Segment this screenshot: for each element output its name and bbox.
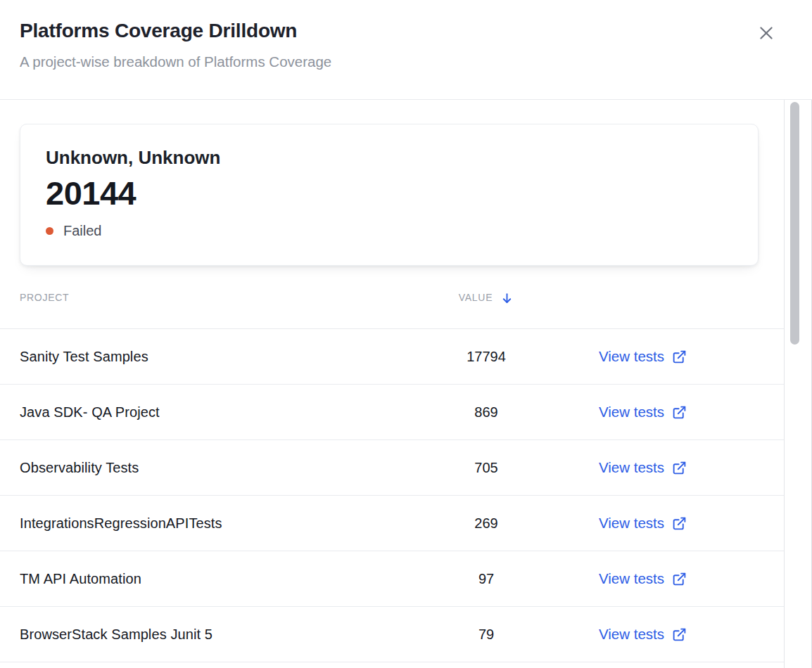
view-tests-link[interactable]: View tests xyxy=(599,515,687,532)
projects-table: PROJECT VALUE Sanity Test Samples 17794 xyxy=(0,266,784,662)
project-name: TM API Automation xyxy=(20,571,433,587)
external-link-icon xyxy=(672,461,687,475)
column-header-project: PROJECT xyxy=(20,292,433,303)
project-name: Java SDK- QA Project xyxy=(20,404,433,420)
table-row: Observability Tests 705 View tests xyxy=(0,440,784,496)
summary-value: 20144 xyxy=(46,175,732,212)
table-header-row: PROJECT VALUE xyxy=(0,266,784,329)
scrollbar-track[interactable] xyxy=(785,100,812,668)
summary-title: Unknown, Unknown xyxy=(46,147,732,168)
failed-status-dot xyxy=(46,227,53,235)
table-row: Sanity Test Samples 17794 View tests xyxy=(0,329,784,385)
failed-legend: Failed xyxy=(46,223,732,239)
view-tests-link[interactable]: View tests xyxy=(599,459,687,476)
view-tests-link[interactable]: View tests xyxy=(599,404,687,420)
table-row: BrowserStack Samples Junit 5 79 View tes… xyxy=(0,607,784,662)
failed-legend-label: Failed xyxy=(63,223,101,239)
project-value: 869 xyxy=(474,404,497,420)
table-row: TM API Automation 97 View tests xyxy=(0,551,784,607)
project-name: Observability Tests xyxy=(20,460,433,476)
project-name: BrowserStack Samples Junit 5 xyxy=(20,627,433,643)
external-link-icon xyxy=(672,349,687,364)
view-tests-label: View tests xyxy=(599,626,664,643)
external-link-icon xyxy=(672,405,687,420)
view-tests-link[interactable]: View tests xyxy=(599,626,687,643)
view-tests-label: View tests xyxy=(599,570,664,587)
sort-desc-arrow-icon xyxy=(500,292,514,305)
view-tests-label: View tests xyxy=(599,515,664,532)
close-icon xyxy=(757,24,775,42)
summary-card: Unknown, Unknown 20144 Failed xyxy=(20,124,759,266)
view-tests-label: View tests xyxy=(599,404,664,420)
drilldown-content: Unknown, Unknown 20144 Failed PROJECT VA… xyxy=(0,100,785,668)
project-name: Sanity Test Samples xyxy=(20,349,433,365)
modal-header: Platforms Coverage Drilldown A project-w… xyxy=(0,0,812,100)
project-value: 269 xyxy=(474,515,497,532)
external-link-icon xyxy=(672,516,687,531)
project-name: IntegrationsRegressionAPITests xyxy=(20,515,433,532)
drilldown-modal: Platforms Coverage Drilldown A project-w… xyxy=(0,0,812,668)
project-value: 79 xyxy=(478,627,494,643)
table-row: IntegrationsRegressionAPITests 269 View … xyxy=(0,496,784,551)
view-tests-link[interactable]: View tests xyxy=(599,570,687,587)
view-tests-label: View tests xyxy=(599,459,664,476)
external-link-icon xyxy=(672,627,687,642)
project-value: 97 xyxy=(478,571,494,587)
page-title: Platforms Coverage Drilldown xyxy=(20,19,792,43)
external-link-icon xyxy=(672,572,687,586)
project-value: 705 xyxy=(474,460,497,476)
scrollbar-thumb[interactable] xyxy=(790,102,799,345)
view-tests-link[interactable]: View tests xyxy=(599,348,687,365)
scroll-area: Unknown, Unknown 20144 Failed PROJECT VA… xyxy=(0,100,812,668)
value-header-label: VALUE xyxy=(459,292,493,303)
project-value: 17794 xyxy=(467,349,506,365)
table-row: Java SDK- QA Project 869 View tests xyxy=(0,385,784,440)
view-tests-label: View tests xyxy=(599,348,664,365)
close-button[interactable] xyxy=(755,22,778,44)
page-subtitle: A project-wise breakdown of Platforms Co… xyxy=(20,53,792,70)
column-header-value[interactable]: VALUE xyxy=(459,289,514,305)
